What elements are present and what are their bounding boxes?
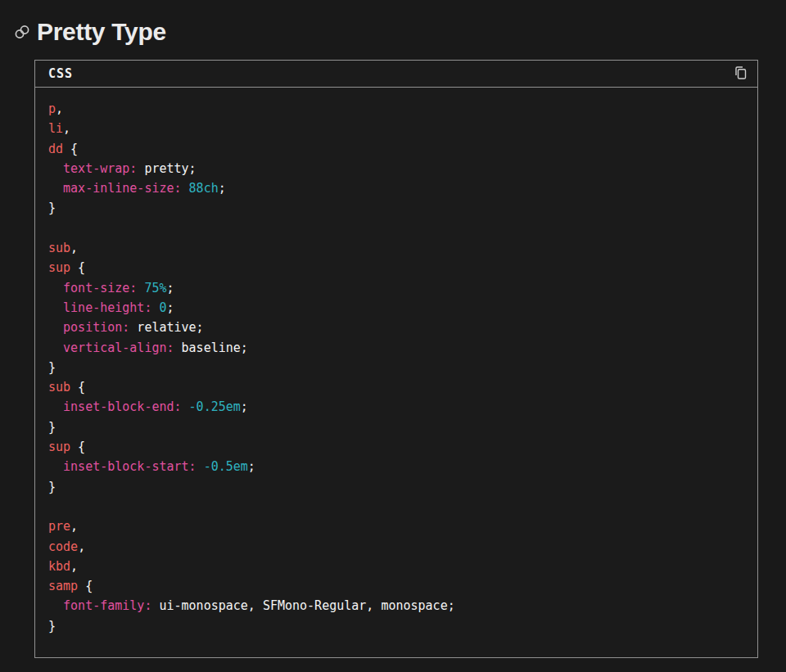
code-token: { <box>70 260 85 275</box>
code-line: font-family: ui-monospace, SFMono-Regula… <box>48 596 744 616</box>
code-token: } <box>48 360 56 375</box>
code-line: } <box>48 477 744 497</box>
code-token: dd <box>48 142 63 156</box>
code-token: } <box>48 420 56 435</box>
code-token: , <box>63 121 70 136</box>
code-token: relative; <box>129 320 203 335</box>
code-token: ; <box>219 181 226 196</box>
page-title-text: Pretty Type <box>37 17 166 47</box>
code-line: kbd, <box>48 557 744 576</box>
code-line: vertical-align: baseline; <box>48 338 744 358</box>
code-line: inset-block-start: -0.5em; <box>48 457 744 476</box>
copy-icon <box>732 65 748 83</box>
code-token <box>48 161 63 176</box>
code-token: , <box>56 101 63 116</box>
code-token: kbd <box>48 559 70 574</box>
page-title: Pretty Type <box>13 17 786 47</box>
code-token: } <box>48 619 56 634</box>
code-token: vertical-align: <box>63 341 174 355</box>
code-token: ; <box>241 399 248 414</box>
code-token: font-family: <box>63 598 151 613</box>
code-line: text-wrap: pretty; <box>48 159 744 178</box>
code-line: font-size: 75%; <box>48 278 744 298</box>
code-token: p <box>48 101 56 116</box>
code-token: 88ch <box>189 181 219 196</box>
code-token <box>48 181 63 196</box>
chain-link-icon[interactable] <box>13 23 31 41</box>
code-token: ; <box>167 281 174 295</box>
code-token: ui-monospace, SFMono-Regular, monospace; <box>151 598 454 613</box>
code-token: line-height: <box>63 300 151 315</box>
code-token <box>48 341 63 355</box>
code-line: line-height: 0; <box>48 298 744 318</box>
code-line: } <box>48 616 744 636</box>
code-token: sub <box>48 241 70 255</box>
code-token: -0.25em <box>189 399 241 414</box>
code-token: ; <box>248 459 255 474</box>
page: Pretty Type CSS p,li,dd { text-wrap: pre… <box>0 0 786 672</box>
code-line: sup { <box>48 258 744 277</box>
code-token <box>182 181 189 196</box>
code-line: dd { <box>48 139 744 159</box>
code-line: p, <box>48 99 744 119</box>
code-line: } <box>48 358 744 377</box>
code-token: pretty; <box>137 161 196 176</box>
code-token: li <box>48 121 63 136</box>
code-token <box>196 459 204 474</box>
code-token: } <box>48 201 56 215</box>
code-token: { <box>70 380 85 395</box>
code-token: text-wrap: <box>63 161 137 176</box>
code-token: max-inline-size: <box>63 181 182 196</box>
code-line: pre, <box>48 516 744 536</box>
code-line <box>48 497 744 516</box>
code-token: position: <box>63 320 129 335</box>
code-token: ; <box>167 300 174 315</box>
code-line: samp { <box>48 576 744 596</box>
code-token <box>48 281 63 295</box>
code-content: p,li,dd { text-wrap: pretty; max-inline-… <box>35 88 757 657</box>
code-token <box>48 459 63 474</box>
code-token: , <box>78 539 85 554</box>
code-line <box>48 219 744 238</box>
code-line: position: relative; <box>48 318 744 337</box>
code-token: sub <box>48 380 70 395</box>
code-token <box>48 598 63 613</box>
code-token: 0 <box>159 300 166 315</box>
code-token: inset-block-start: <box>63 459 196 474</box>
code-token: font-size: <box>63 281 137 295</box>
code-token: { <box>70 440 85 454</box>
code-line: sub { <box>48 377 744 397</box>
code-token: code <box>48 539 78 554</box>
code-panel-header: CSS <box>35 61 757 88</box>
language-label: CSS <box>48 66 73 81</box>
code-token: { <box>78 579 93 593</box>
code-token: sup <box>48 260 70 275</box>
code-token: pre <box>48 519 70 534</box>
code-token: sup <box>48 440 70 454</box>
code-token: , <box>70 519 78 534</box>
code-line: max-inline-size: 88ch; <box>48 178 744 198</box>
code-token <box>48 300 63 315</box>
copy-button[interactable] <box>730 63 751 84</box>
code-token: { <box>63 142 78 156</box>
code-panel: CSS p,li,dd { text-wrap: pretty; max-inl… <box>34 60 758 658</box>
code-token: -0.5em <box>204 459 248 474</box>
code-token: , <box>70 559 78 574</box>
code-line: sup { <box>48 437 744 457</box>
code-token: baseline; <box>174 341 248 355</box>
code-line: } <box>48 417 744 437</box>
code-token <box>182 399 189 414</box>
code-token: 75% <box>144 281 166 295</box>
code-line: code, <box>48 537 744 557</box>
code-line: li, <box>48 119 744 138</box>
code-token: , <box>70 241 78 255</box>
code-token <box>48 399 63 414</box>
code-token: samp <box>48 579 78 593</box>
code-token: inset-block-end: <box>63 399 182 414</box>
code-token: } <box>48 480 56 494</box>
code-line: sub, <box>48 238 744 258</box>
code-line: inset-block-end: -0.25em; <box>48 397 744 417</box>
code-token <box>48 320 63 335</box>
code-line: } <box>48 198 744 218</box>
